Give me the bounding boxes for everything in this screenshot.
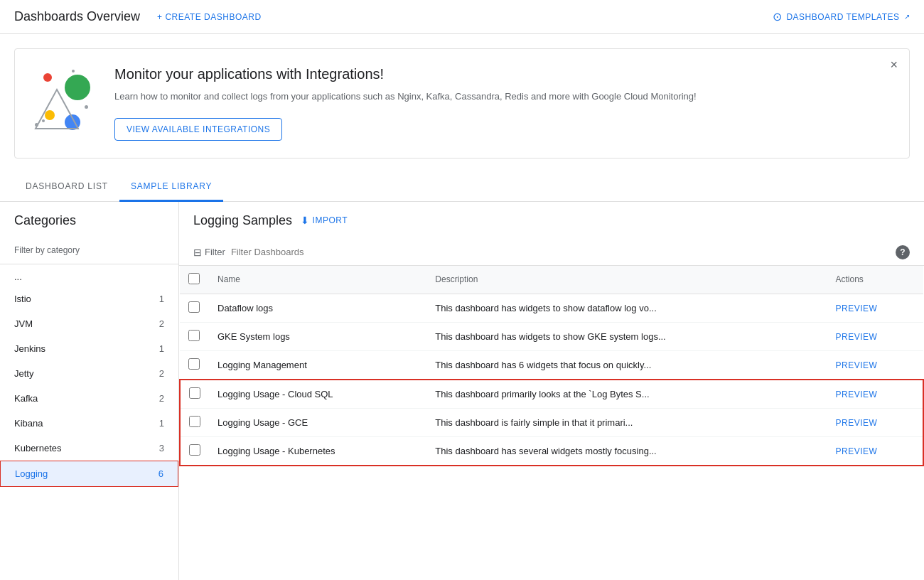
- header-name: Name: [209, 266, 426, 294]
- kafka-count: 2: [159, 393, 164, 404]
- row-description: This dashboard is fairly simple in that …: [426, 408, 827, 436]
- sidebar-item-jetty[interactable]: Jetty 2: [0, 361, 178, 386]
- truncated-label: ...: [14, 272, 22, 282]
- jenkins-count: 1: [159, 343, 164, 354]
- categories-sidebar: Categories Filter by category ... Istio …: [0, 202, 179, 581]
- header-actions: Actions: [827, 266, 923, 294]
- dashboard-templates-link[interactable]: ⊙ DASHBOARD TEMPLATES ↗: [773, 10, 910, 23]
- sidebar-item-jvm[interactable]: JVM 2: [0, 311, 178, 336]
- main-content: Categories Filter by category ... Istio …: [0, 202, 924, 581]
- tab-sample-library[interactable]: SAMPLE LIBRARY: [119, 173, 223, 202]
- content-title: Logging Samples: [193, 213, 292, 228]
- sidebar-item-kibana[interactable]: Kibana 1: [0, 411, 178, 436]
- row-checkbox[interactable]: [188, 301, 200, 313]
- row-name: Logging Usage - GCE: [209, 408, 426, 436]
- row-description: This dashboard has several widgets mostl…: [426, 436, 827, 466]
- row-name: Logging Management: [209, 350, 426, 380]
- row-description: This dashboard has widgets to show dataf…: [426, 294, 827, 322]
- tab-dashboard-list[interactable]: DASHBOARD LIST: [14, 173, 119, 202]
- table-row: Logging Usage - GCE This dashboard is fa…: [180, 408, 923, 436]
- row-actions: PREVIEW: [827, 408, 923, 436]
- table-body: Dataflow logs This dashboard has widgets…: [180, 294, 923, 466]
- row-checkbox-cell: [180, 380, 209, 409]
- row-actions: PREVIEW: [827, 350, 923, 380]
- row-name: Dataflow logs: [209, 294, 426, 322]
- preview-button[interactable]: PREVIEW: [835, 332, 877, 342]
- dashboards-table: Name Description Actions Dataflow logs T…: [179, 266, 924, 466]
- row-checkbox[interactable]: [189, 387, 200, 399]
- preview-button[interactable]: PREVIEW: [835, 304, 877, 313]
- row-checkbox[interactable]: [188, 330, 200, 341]
- filter-by-category-label: Filter by category: [0, 240, 178, 261]
- table-row: Logging Management This dashboard has 6 …: [180, 350, 923, 380]
- import-button[interactable]: ⬇ IMPORT: [301, 215, 348, 226]
- preview-button[interactable]: PREVIEW: [835, 390, 877, 399]
- preview-button[interactable]: PREVIEW: [835, 360, 877, 370]
- table-row: Dataflow logs This dashboard has widgets…: [180, 294, 923, 322]
- sidebar-item-truncated[interactable]: ...: [0, 267, 178, 286]
- content-header: Logging Samples ⬇ IMPORT: [179, 202, 924, 240]
- header: Dashboards Overview + CREATE DASHBOARD ⊙…: [0, 0, 924, 34]
- kubernetes-count: 3: [159, 443, 164, 453]
- filter-icon: ⊟: [193, 247, 202, 258]
- sidebar-item-istio[interactable]: Istio 1: [0, 286, 178, 311]
- github-icon: ⊙: [773, 10, 783, 23]
- banner-illustration: [29, 66, 100, 137]
- sidebar-item-logging[interactable]: Logging 6: [0, 461, 178, 487]
- filter-button[interactable]: ⊟ Filter: [193, 247, 225, 258]
- kafka-label: Kafka: [14, 393, 38, 404]
- logging-count: 6: [159, 468, 163, 479]
- banner-title: Monitor your applications with Integrati…: [114, 66, 892, 82]
- svg-marker-0: [36, 90, 78, 129]
- row-description: This dashboard has widgets to show GKE s…: [426, 322, 827, 350]
- view-integrations-button[interactable]: VIEW AVAILABLE INTEGRATIONS: [114, 118, 282, 141]
- page-title: Dashboards Overview: [14, 9, 140, 24]
- import-label: IMPORT: [313, 215, 348, 225]
- sidebar-divider-top: [0, 264, 178, 264]
- templates-label: DASHBOARD TEMPLATES: [786, 12, 899, 22]
- create-dashboard-button[interactable]: + CREATE DASHBOARD: [157, 12, 261, 22]
- jvm-count: 2: [159, 318, 164, 329]
- sidebar-item-jenkins[interactable]: Jenkins 1: [0, 336, 178, 361]
- row-actions: PREVIEW: [827, 380, 923, 409]
- kibana-count: 1: [159, 418, 164, 429]
- filter-input[interactable]: [231, 247, 890, 257]
- header-description: Description: [426, 266, 827, 294]
- banner-content: Monitor your applications with Integrati…: [114, 66, 892, 141]
- red-circle: [43, 73, 52, 82]
- header-checkbox-cell: [180, 266, 209, 294]
- external-link-icon: ↗: [904, 13, 910, 21]
- row-checkbox-cell: [180, 436, 209, 466]
- sidebar-item-kafka[interactable]: Kafka 2: [0, 386, 178, 411]
- row-name: Logging Usage - Kubernetes: [209, 436, 426, 466]
- istio-label: Istio: [14, 294, 31, 304]
- banner-description: Learn how to monitor and collect logs fr…: [114, 90, 726, 104]
- filter-text: Filter: [205, 247, 225, 257]
- dot1: [35, 123, 38, 127]
- table-header-row: Name Description Actions: [180, 266, 923, 294]
- row-actions: PREVIEW: [827, 322, 923, 350]
- categories-title: Categories: [0, 202, 178, 240]
- sidebar-item-kubernetes[interactable]: Kubernetes 3: [0, 436, 178, 461]
- preview-button[interactable]: PREVIEW: [835, 418, 877, 428]
- import-icon: ⬇: [301, 215, 310, 226]
- jenkins-label: Jenkins: [14, 343, 45, 354]
- select-all-checkbox[interactable]: [188, 273, 200, 284]
- row-description: This dashboard has 6 widgets that focus …: [426, 350, 827, 380]
- row-checkbox[interactable]: [188, 358, 200, 370]
- row-actions: PREVIEW: [827, 294, 923, 322]
- row-checkbox[interactable]: [189, 416, 200, 427]
- jvm-label: JVM: [14, 318, 33, 329]
- row-checkbox[interactable]: [189, 444, 200, 456]
- row-name: GKE System logs: [209, 322, 426, 350]
- row-name: Logging Usage - Cloud SQL: [209, 380, 426, 409]
- help-icon[interactable]: ?: [896, 245, 910, 259]
- integrations-banner: Monitor your applications with Integrati…: [14, 48, 910, 159]
- preview-button[interactable]: PREVIEW: [835, 446, 877, 456]
- banner-close-button[interactable]: ×: [890, 58, 898, 72]
- jetty-label: Jetty: [14, 368, 33, 379]
- row-checkbox-cell: [180, 408, 209, 436]
- dashboards-table-container: Name Description Actions Dataflow logs T…: [179, 266, 924, 581]
- row-checkbox-cell: [180, 350, 209, 380]
- kubernetes-label: Kubernetes: [14, 443, 62, 453]
